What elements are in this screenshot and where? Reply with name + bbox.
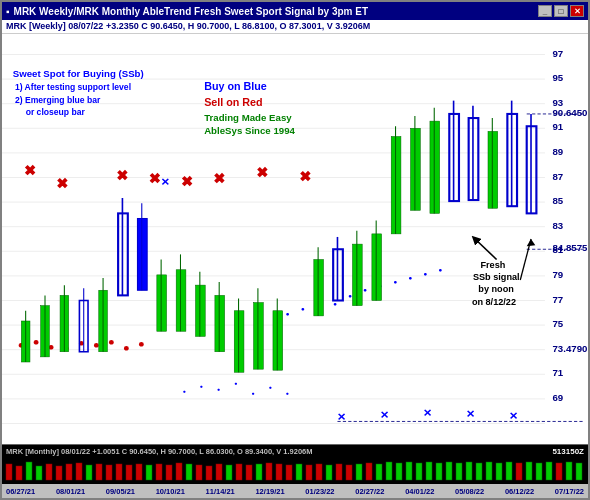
monthly-chart [2,456,588,484]
svg-rect-196 [516,463,522,480]
svg-text:●: ● [34,338,38,345]
svg-rect-185 [406,462,412,480]
svg-rect-179 [346,465,352,480]
svg-rect-160 [156,464,162,480]
date-label-7: 01/23/22 [305,487,334,496]
app-icon: ▪ [6,6,10,17]
svg-text:97: 97 [553,48,564,59]
chart-svg: × × × × × × × × ● ● ● ● ● ● ● ● [2,34,588,444]
svg-text:●: ● [286,390,289,396]
date-label-1: 06/27/21 [6,487,35,496]
svg-rect-152 [76,463,82,480]
svg-text:●: ● [200,383,203,389]
svg-text:90.6450: 90.6450 [553,107,588,118]
svg-rect-145 [6,464,12,480]
svg-text:or closeup bar: or closeup bar [26,107,86,117]
svg-rect-201 [566,462,572,480]
svg-text:×: × [301,168,310,184]
svg-rect-172 [276,464,282,480]
svg-text:●: ● [393,278,397,285]
date-label-3: 09/05/21 [106,487,135,496]
svg-text:●: ● [251,390,254,396]
svg-rect-199 [546,462,552,480]
svg-text:●: ● [217,386,220,392]
svg-rect-192 [476,463,482,480]
chart-area: × × × × × × × × ● ● ● ● ● ● ● ● [2,34,588,444]
svg-rect-189 [446,462,452,480]
svg-text:by noon: by noon [478,284,513,294]
svg-rect-164 [196,465,202,480]
svg-rect-148 [36,466,42,480]
svg-rect-162 [176,463,182,480]
svg-text:77: 77 [553,294,564,305]
svg-text:●: ● [439,266,443,273]
svg-text:SSb signal: SSb signal [473,272,520,282]
svg-rect-170 [256,464,262,480]
svg-rect-154 [96,464,102,480]
date-label-4: 10/10/21 [156,487,185,496]
svg-text:1) After testing support level: 1) After testing support level [15,83,131,93]
svg-rect-180 [356,464,362,480]
close-button[interactable]: ✕ [570,5,584,17]
svg-text:×: × [215,170,224,186]
svg-rect-186 [416,463,422,480]
svg-text:●: ● [348,293,352,300]
svg-text:Buy on Blue: Buy on Blue [204,81,267,93]
svg-text:●: ● [423,270,427,277]
svg-text:95: 95 [553,72,564,83]
svg-rect-184 [396,463,402,480]
svg-text:83: 83 [553,220,564,231]
date-label-5: 11/14/21 [206,487,235,496]
svg-text:●: ● [408,274,412,281]
svg-rect-191 [466,462,472,480]
svg-rect-151 [66,464,72,480]
svg-text:×: × [58,175,67,191]
svg-text:93: 93 [553,97,564,108]
svg-rect-195 [506,462,512,480]
svg-text:89: 89 [553,146,564,157]
svg-text:●: ● [234,380,237,386]
svg-text:●: ● [140,340,144,347]
svg-text:×: × [183,173,192,189]
svg-rect-165 [206,466,212,480]
svg-rect-149 [46,464,52,480]
svg-text:87: 87 [553,171,564,182]
svg-text:●: ● [269,384,272,390]
svg-text:×: × [423,406,431,421]
svg-text:85: 85 [553,195,564,206]
svg-rect-156 [116,464,122,480]
svg-text:×: × [118,167,127,183]
svg-rect-155 [106,465,112,480]
svg-rect-168 [236,464,242,480]
svg-rect-167 [226,465,232,480]
svg-text:69: 69 [553,392,564,403]
title-bar-controls: _ □ ✕ [538,5,584,17]
svg-rect-188 [436,463,442,480]
svg-rect-198 [536,463,542,480]
svg-rect-177 [326,465,332,480]
svg-rect-175 [306,465,312,480]
svg-text:●: ● [301,305,305,312]
svg-rect-158 [136,464,142,480]
svg-rect-190 [456,463,462,480]
maximize-button[interactable]: □ [554,5,568,17]
svg-text:79: 79 [553,269,564,280]
svg-rect-147 [26,462,32,480]
svg-rect-182 [376,464,382,480]
svg-rect-193 [486,462,492,480]
svg-text:2) Emerging blue bar: 2) Emerging blue bar [15,95,101,105]
svg-text:×: × [380,408,388,423]
svg-text:AbleSys Since 1994: AbleSys Since 1994 [204,126,296,137]
minimize-button[interactable]: _ [538,5,552,17]
bottom-price: 513150Z [552,447,584,456]
date-label-10: 05/08/22 [455,487,484,496]
date-label-9: 04/01/22 [405,487,434,496]
svg-rect-146 [16,466,22,480]
svg-text:Sweet Spot for Buying (SSb): Sweet Spot for Buying (SSb) [13,68,144,79]
svg-text:75: 75 [553,318,564,329]
svg-rect-200 [556,463,562,480]
date-labels: 06/27/21 08/01/21 09/05/21 10/10/21 11/1… [2,487,588,496]
svg-text:●: ● [110,338,114,345]
svg-text:×: × [26,163,35,179]
svg-rect-181 [366,463,372,480]
